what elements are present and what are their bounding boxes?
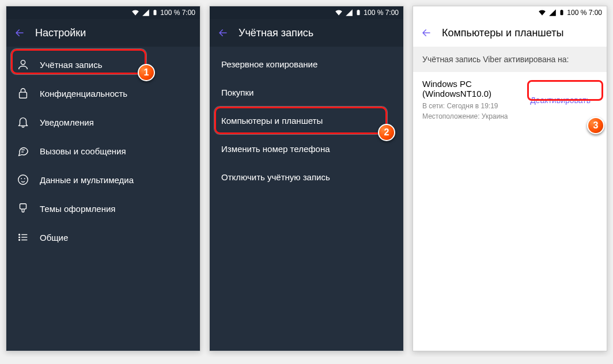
settings-item-account[interactable]: Учётная запись [6, 50, 200, 79]
brush-icon [17, 202, 29, 215]
item-label: Данные и мультимедиа [40, 175, 134, 185]
list-icon [17, 231, 29, 244]
signal-icon [142, 9, 150, 17]
svg-point-14 [19, 240, 20, 241]
status-text: 100 % 7:00 [567, 9, 602, 17]
item-label: Общие [40, 233, 68, 242]
lock-icon [17, 87, 29, 100]
status-bar: 100 % 7:00 [210, 6, 403, 19]
item-label: Учётная запись [40, 60, 103, 70]
account-item-changenumber[interactable]: Изменить номер телефона [210, 135, 403, 163]
device-info: Windows PC (WindowsNT10.0) В сети: Сегод… [422, 79, 523, 122]
svg-point-12 [19, 237, 20, 238]
status-bar: 100 % 7:00 [413, 6, 607, 19]
deactivate-button[interactable]: Деактивировать [523, 91, 597, 109]
device-row: Windows PC (WindowsNT10.0) В сети: Сегод… [413, 72, 607, 128]
svg-rect-1 [154, 10, 156, 10]
back-icon[interactable] [421, 28, 432, 38]
status-text: 100 % 7:00 [160, 9, 195, 17]
back-icon[interactable] [218, 28, 228, 38]
screen-settings: 100 % 7:00 Настройки Учётная запись Конф… [6, 6, 200, 351]
settings-item-calls[interactable]: Вызовы и сообщения [6, 136, 200, 165]
person-icon [17, 58, 29, 71]
battery-icon [355, 9, 361, 17]
app-bar: Настройки [6, 19, 200, 47]
item-label: Уведомления [40, 117, 94, 127]
item-label: Резервное копирование [221, 59, 317, 69]
step-badge-2: 2 [378, 124, 395, 141]
screen-desktop: 100 % 7:00 Компьютеры и планшеты Учётная… [413, 6, 607, 351]
item-label: Компьютеры и планшеты [221, 116, 323, 126]
page-title: Компьютеры и планшеты [442, 27, 599, 39]
page-title: Настройки [35, 27, 192, 39]
account-item-backup[interactable]: Резервное копирование [210, 50, 403, 78]
step-badge-3: 3 [587, 117, 604, 134]
chat-icon [17, 145, 29, 157]
svg-point-8 [24, 178, 25, 179]
svg-rect-3 [20, 92, 27, 98]
settings-item-general[interactable]: Общие [6, 223, 200, 252]
wifi-icon [131, 9, 139, 17]
svg-rect-19 [561, 10, 563, 10]
settings-list: Учётная запись Конфиденциальность Уведом… [6, 47, 200, 255]
status-text: 100 % 7:00 [364, 9, 399, 17]
face-icon [17, 173, 29, 186]
item-label: Вызовы и сообщения [40, 146, 126, 156]
svg-rect-18 [561, 10, 563, 15]
item-label: Отключить учётную запись [221, 172, 330, 182]
section-header: Учётная запись Viber активирована на: [413, 47, 607, 72]
account-item-deactivate[interactable]: Отключить учётную запись [210, 163, 403, 191]
svg-rect-17 [358, 10, 360, 10]
battery-icon [152, 9, 158, 17]
app-bar: Компьютеры и планшеты [413, 19, 607, 47]
page-title: Учётная запись [239, 27, 395, 39]
svg-rect-16 [357, 10, 360, 15]
account-list: Резервное копирование Покупки Компьютеры… [210, 47, 403, 195]
item-label: Покупки [221, 88, 253, 97]
device-location: Местоположение: Украина [422, 111, 523, 122]
bell-icon [17, 116, 29, 128]
back-icon[interactable] [14, 28, 25, 38]
settings-item-themes[interactable]: Темы оформления [6, 194, 200, 223]
device-name: Windows PC (WindowsNT10.0) [422, 79, 523, 98]
wifi-icon [335, 9, 343, 17]
settings-item-media[interactable]: Данные и мультимедиа [6, 165, 200, 194]
svg-rect-9 [20, 204, 27, 209]
device-online: В сети: Сегодня в 19:19 [422, 101, 523, 111]
account-item-desktop[interactable]: Компьютеры и планшеты [210, 107, 403, 135]
svg-point-2 [21, 60, 25, 65]
svg-point-7 [21, 178, 22, 179]
step-badge-1: 1 [138, 64, 155, 81]
svg-point-6 [18, 175, 28, 185]
signal-icon [345, 9, 353, 17]
app-bar: Учётная запись [210, 19, 403, 47]
screen-account: 100 % 7:00 Учётная запись Резервное копи… [209, 6, 404, 351]
svg-point-10 [19, 234, 20, 236]
item-label: Конфиденциальность [40, 89, 127, 98]
item-label: Изменить номер телефона [221, 144, 330, 154]
settings-item-notifications[interactable]: Уведомления [6, 108, 200, 136]
status-bar: 100 % 7:00 [6, 6, 200, 19]
item-label: Темы оформления [40, 204, 115, 214]
account-item-purchases[interactable]: Покупки [210, 78, 403, 107]
signal-icon [548, 9, 557, 17]
settings-item-privacy[interactable]: Конфиденциальность [6, 79, 200, 108]
svg-rect-0 [154, 10, 157, 15]
wifi-icon [538, 9, 546, 17]
battery-icon [559, 9, 565, 17]
